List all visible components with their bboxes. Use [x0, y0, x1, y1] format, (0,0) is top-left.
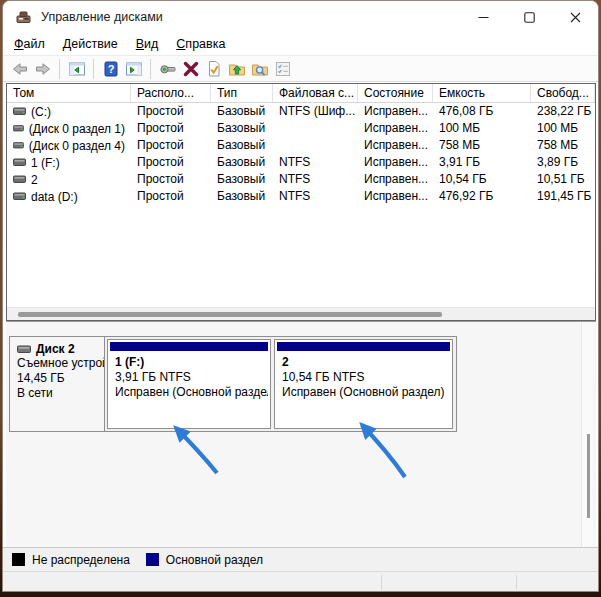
disk-2-info[interactable]: Диск 2 Съемное устройство 14,45 ГБ В сет… — [9, 336, 105, 432]
volume-icon — [13, 124, 24, 133]
partition-name: 2 — [282, 355, 445, 370]
toolbar-separator — [150, 59, 151, 79]
primary-partition-color-swatch — [146, 553, 159, 566]
help-icon: ? — [102, 60, 120, 78]
statusbar-separator — [381, 575, 382, 590]
volume-icon — [13, 107, 26, 116]
close-button[interactable] — [552, 1, 598, 33]
volume-list: Том Располо... Тип Файловая с... Состоян… — [6, 83, 596, 321]
disk-icon — [17, 345, 31, 354]
column-header-status[interactable]: Состояние — [358, 84, 433, 102]
partition-status: Исправен (Основной раздел) — [282, 385, 445, 400]
volume-icon — [13, 175, 26, 184]
partition-color-bar — [110, 342, 268, 351]
volume-icon — [13, 141, 24, 150]
column-header-free[interactable]: Свобод... — [531, 84, 595, 102]
table-row[interactable]: (Диск 0 раздел 4) Простой Базовый Исправ… — [7, 137, 595, 154]
column-header-type[interactable]: Тип — [211, 84, 273, 102]
disk-kind: Съемное устройство — [17, 356, 104, 371]
column-header-volume[interactable]: Том — [7, 84, 131, 102]
partition-color-bar — [277, 342, 450, 351]
partition-f[interactable]: 1 (F:) 3,91 ГБ NTFS Исправен (Основной р… — [107, 339, 271, 429]
menu-view[interactable]: Вид — [127, 34, 168, 54]
delete-volume-button[interactable] — [179, 58, 202, 80]
document-check-icon — [205, 60, 223, 78]
volume-icon — [13, 192, 26, 201]
volume-list-header: Том Располо... Тип Файловая с... Состоян… — [7, 84, 595, 103]
device-inspect-button[interactable] — [156, 58, 179, 80]
back-arrow-icon — [11, 60, 29, 78]
help-button[interactable]: ? — [99, 58, 122, 80]
disk-2-partitions: 1 (F:) 3,91 ГБ NTFS Исправен (Основной р… — [105, 336, 457, 432]
disk-size: 14,45 ГБ — [17, 371, 104, 386]
folder-search-button[interactable] — [248, 58, 271, 80]
minimize-icon — [478, 12, 489, 23]
table-row[interactable]: (C:) Простой Базовый NTFS (Шиф... Исправ… — [7, 103, 595, 120]
maximize-button[interactable] — [506, 1, 552, 33]
legend-label-primary: Основной раздел — [166, 553, 263, 567]
back-button[interactable] — [8, 58, 31, 80]
menu-bar: Файл Действие Вид Справка — [3, 33, 598, 55]
partition-name: 1 (F:) — [115, 355, 263, 370]
column-header-filesystem[interactable]: Файловая с... — [273, 84, 358, 102]
console-tree-icon — [68, 60, 86, 78]
menu-help[interactable]: Справка — [167, 34, 234, 54]
disk-status: В сети — [17, 386, 104, 401]
folder-search-icon — [251, 60, 269, 78]
horizontal-scrollbar-thumb[interactable] — [18, 312, 442, 317]
forward-arrow-icon — [34, 60, 52, 78]
action-pane-icon — [125, 60, 143, 78]
view-options-icon — [274, 60, 292, 78]
volume-icon — [13, 158, 26, 167]
folder-up-button[interactable] — [225, 58, 248, 80]
statusbar-separator — [516, 575, 517, 590]
minimize-button[interactable] — [460, 1, 506, 33]
show-console-tree-button[interactable] — [65, 58, 88, 80]
menu-action[interactable]: Действие — [54, 34, 127, 54]
table-row[interactable]: (Диск 0 раздел 1) Простой Базовый Исправ… — [7, 120, 595, 137]
unallocated-color-swatch — [12, 553, 25, 566]
view-options-button[interactable] — [271, 58, 294, 80]
toolbar-separator — [93, 59, 94, 79]
legend-bar: Не распределена Основной раздел — [3, 547, 598, 571]
partition-size: 3,91 ГБ NTFS — [115, 370, 263, 385]
status-bar — [3, 571, 598, 592]
vertical-scrollbar[interactable] — [581, 322, 593, 547]
disk-2-row: Диск 2 Съемное устройство 14,45 ГБ В сет… — [9, 336, 457, 432]
vertical-scrollbar-thumb[interactable] — [587, 434, 590, 518]
disk-management-window: Управление дисками Файл Действие Вид Спр… — [2, 0, 599, 592]
table-row[interactable]: data (D:) Простой Базовый NTFS Исправен.… — [7, 188, 595, 205]
title-bar: Управление дисками — [3, 1, 598, 33]
task-check-button[interactable] — [202, 58, 225, 80]
toolbar: ? — [3, 55, 598, 82]
maximize-icon — [524, 12, 535, 23]
partition-size: 10,54 ГБ NTFS — [282, 370, 445, 385]
disk-name: Диск 2 — [36, 342, 75, 356]
column-header-layout[interactable]: Располо... — [131, 84, 211, 102]
folder-up-arrow-icon — [228, 60, 246, 78]
legend-label-unallocated: Не распределена — [32, 553, 130, 567]
show-action-pane-button[interactable] — [122, 58, 145, 80]
close-icon — [570, 12, 581, 23]
toolbar-separator — [59, 59, 60, 79]
app-icon — [15, 9, 32, 25]
device-inspect-icon — [159, 60, 177, 78]
partition-status: Исправен (Основной раздел) — [115, 385, 263, 400]
forward-button[interactable] — [31, 58, 54, 80]
disk-graphic-pane: Диск 2 Съемное устройство 14,45 ГБ В сет… — [6, 321, 596, 547]
horizontal-scrollbar[interactable] — [7, 307, 595, 320]
partition-2[interactable]: 2 10,54 ГБ NTFS Исправен (Основной разде… — [274, 339, 453, 429]
window-title: Управление дисками — [41, 10, 163, 24]
menu-file[interactable]: Файл — [5, 34, 54, 54]
table-row[interactable]: 2 Простой Базовый NTFS Исправен... 10,54… — [7, 171, 595, 188]
column-header-capacity[interactable]: Емкость — [433, 84, 531, 102]
svg-text:?: ? — [107, 63, 114, 75]
delete-x-icon — [182, 60, 200, 78]
table-row[interactable]: 1 (F:) Простой Базовый NTFS Исправен... … — [7, 154, 595, 171]
